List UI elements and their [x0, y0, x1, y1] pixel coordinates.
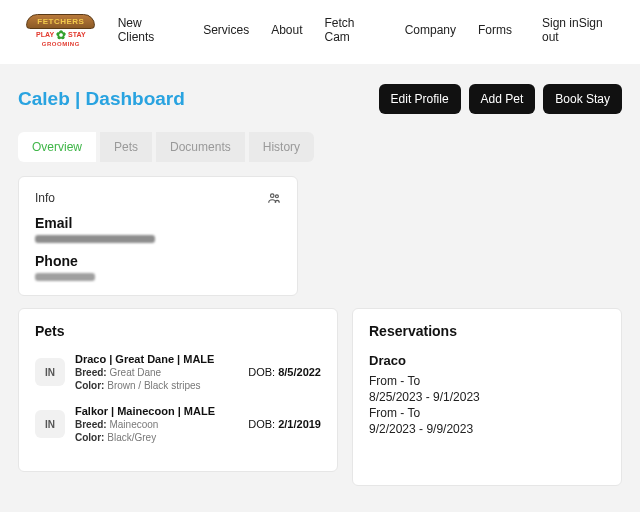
reservation-label: From - To [369, 374, 605, 388]
status-badge: IN [35, 358, 65, 386]
action-buttons: Edit Profile Add Pet Book Stay [379, 84, 622, 114]
add-pet-button[interactable]: Add Pet [469, 84, 536, 114]
logo-text-mid: PLAY ✿ STAY [36, 29, 86, 41]
family-icon[interactable] [267, 191, 281, 208]
tab-pets[interactable]: Pets [100, 132, 152, 162]
page-body: Caleb | Dashboard Edit Profile Add Pet B… [0, 64, 640, 512]
nav-services[interactable]: Services [203, 23, 249, 37]
phone-value-redacted [35, 273, 95, 281]
reservation-range: 9/2/2023 - 9/9/2023 [369, 422, 605, 436]
phone-label: Phone [35, 253, 281, 269]
header-row: Caleb | Dashboard Edit Profile Add Pet B… [18, 84, 622, 114]
logo-text-top: FETCHERS [26, 14, 95, 29]
email-value-redacted [35, 235, 155, 243]
nav-about[interactable]: About [271, 23, 302, 37]
book-stay-button[interactable]: Book Stay [543, 84, 622, 114]
pet-name: Falkor | Mainecoon | MALE [75, 405, 238, 417]
tab-overview[interactable]: Overview [18, 132, 96, 162]
pet-dob: DOB: 8/5/2022 [248, 366, 321, 378]
page-title: Caleb | Dashboard [18, 88, 185, 110]
main-nav: New Clients Services About Fetch Cam Com… [118, 16, 622, 44]
svg-point-1 [275, 195, 278, 198]
edit-profile-button[interactable]: Edit Profile [379, 84, 461, 114]
nav-fetch-cam[interactable]: Fetch Cam [325, 16, 383, 44]
reservations-card: Reservations Draco From - To 8/25/2023 -… [352, 308, 622, 486]
pet-dob: DOB: 2/1/2019 [248, 418, 321, 430]
nav-forms[interactable]: Forms [478, 23, 512, 37]
pet-name: Draco | Great Dane | MALE [75, 353, 238, 365]
pets-title: Pets [35, 323, 321, 339]
pets-card: Pets IN Draco | Great Dane | MALE Breed:… [18, 308, 338, 472]
pet-row: IN Draco | Great Dane | MALE Breed: Grea… [35, 353, 321, 391]
reservations-title: Reservations [369, 323, 605, 339]
email-label: Email [35, 215, 281, 231]
tab-documents[interactable]: Documents [156, 132, 245, 162]
reservation-range: 8/25/2023 - 9/1/2023 [369, 390, 605, 404]
info-card: Info Email Phone [18, 176, 298, 296]
sign-in-link[interactable]: Sign in [542, 16, 579, 30]
reservation-pet-name: Draco [369, 353, 605, 368]
pet-row: IN Falkor | Mainecoon | MALE Breed: Main… [35, 405, 321, 443]
top-bar: FETCHERS PLAY ✿ STAY GROOMING New Client… [0, 0, 640, 64]
status-badge: IN [35, 410, 65, 438]
nav-company[interactable]: Company [405, 23, 456, 37]
logo[interactable]: FETCHERS PLAY ✿ STAY GROOMING [18, 10, 104, 50]
paw-icon: ✿ [56, 29, 66, 41]
nav-new-clients[interactable]: New Clients [118, 16, 181, 44]
reservation-label: From - To [369, 406, 605, 420]
tabs: Overview Pets Documents History [18, 132, 314, 162]
svg-point-0 [271, 194, 275, 198]
tab-history[interactable]: History [249, 132, 314, 162]
info-title: Info [35, 191, 281, 205]
logo-text-bottom: GROOMING [42, 41, 80, 47]
